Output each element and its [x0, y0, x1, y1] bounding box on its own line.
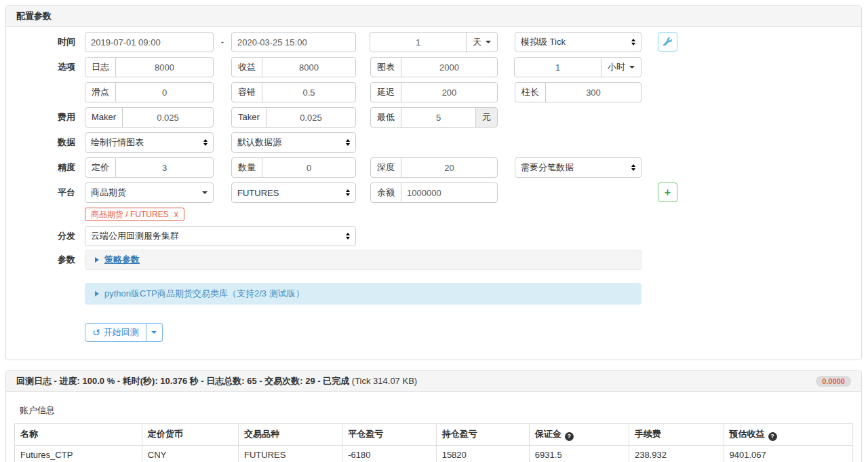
- help-icon[interactable]: ?: [768, 432, 777, 441]
- platform-tag-row: 商品期货 / FUTURES x: [16, 208, 851, 221]
- precision-row: 精度 定价 数量 深度 需要分笔数据: [16, 157, 851, 178]
- dispatch-label: 分发: [16, 226, 85, 246]
- data-source-value: 默认数据源: [237, 136, 346, 149]
- min-fee-label: 最低: [370, 107, 401, 128]
- time-row: 时间 - 天 模拟级 Tick: [16, 32, 851, 52]
- wrench-icon: [663, 37, 672, 46]
- amount-precision-input[interactable]: [262, 157, 356, 178]
- amount-precision-label: 数量: [231, 157, 262, 178]
- col-currency: 定价货币: [142, 424, 238, 446]
- dispatch-row: 分发 云端公用回测服务集群: [16, 226, 851, 246]
- config-panel-title: 配置参数: [16, 10, 52, 22]
- period-input[interactable]: [514, 57, 601, 77]
- time-span-input[interactable]: [370, 32, 467, 52]
- price-precision-group: 定价: [85, 157, 214, 178]
- start-backtest-split-button: ↺ 开始回测: [85, 323, 163, 342]
- exchange-select[interactable]: FUTURES: [231, 182, 356, 203]
- slippage-label: 滑点: [85, 82, 116, 102]
- account-info-table: 名称 定价货币 交易品种 平仓盈亏 持仓盈亏 保证金? 手续费 预估收益? Fu…: [14, 423, 853, 462]
- start-time-field: [85, 32, 214, 52]
- caret-down-icon: [202, 191, 208, 194]
- period-group: 小时: [515, 57, 642, 77]
- tolerance-group: 容错: [231, 82, 356, 102]
- exchange-value: FUTURES: [237, 188, 346, 198]
- tick-mode-select[interactable]: 模拟级 Tick: [515, 32, 642, 52]
- updown-arrows-icon: [631, 39, 635, 45]
- slippage-input[interactable]: [115, 82, 214, 102]
- end-time-input[interactable]: [231, 32, 356, 52]
- strategy-params-link[interactable]: 策略参数: [104, 254, 140, 266]
- col-est-profit: 预估收益?: [724, 424, 852, 446]
- precision-label: 精度: [16, 157, 85, 178]
- chart-limit-label: 图表: [370, 57, 401, 77]
- remove-platform-icon[interactable]: x: [174, 210, 178, 219]
- tolerance-input[interactable]: [262, 82, 356, 102]
- amount-precision-group: 数量: [231, 157, 356, 178]
- taker-fee-input[interactable]: [266, 107, 356, 128]
- chevron-right-icon: [95, 291, 99, 296]
- plus-icon: +: [665, 187, 671, 198]
- table-header-row: 名称 定价货币 交易品种 平仓盈亏 持仓盈亏 保证金? 手续费 预估收益?: [15, 424, 853, 446]
- fee-label: 费用: [16, 107, 85, 128]
- dispatch-select[interactable]: 云端公用回测服务集群: [85, 226, 356, 246]
- backtest-log-title: 回测日志 - 进度: 100.0 % - 耗时(秒): 10.376 秒 - 日…: [16, 375, 417, 387]
- end-time-field: [231, 32, 356, 52]
- maker-fee-group: Maker: [85, 107, 214, 128]
- strategy-params-toggle[interactable]: 策略参数: [85, 250, 642, 270]
- price-precision-input[interactable]: [115, 157, 214, 178]
- data-source-select[interactable]: 默认数据源: [231, 132, 356, 153]
- profit-badge: 0.0000: [816, 376, 851, 387]
- updown-arrows-icon: [631, 164, 635, 171]
- platform-tag-text: 商品期货 / FUTURES: [91, 209, 169, 220]
- profit-limit-input[interactable]: [262, 57, 356, 77]
- col-name: 名称: [15, 424, 142, 446]
- profit-limit-label: 收益: [231, 57, 262, 77]
- chart-limit-input[interactable]: [401, 57, 498, 77]
- platform-type-value: 商品期货: [91, 187, 202, 199]
- cell-currency: CNY: [142, 445, 238, 462]
- settings-wrench-button[interactable]: [658, 32, 677, 52]
- help-icon[interactable]: ?: [565, 432, 574, 441]
- caret-down-icon: [151, 331, 157, 334]
- col-symbol: 交易品种: [238, 424, 342, 446]
- log-limit-group: 日志: [85, 57, 214, 77]
- time-span-unit-dropdown[interactable]: 天: [466, 32, 498, 52]
- library-toggle[interactable]: python版CTP商品期货交易类库（支持2/3 测试版）: [85, 283, 642, 305]
- account-info-title: 账户信息: [20, 404, 853, 417]
- min-fee-input[interactable]: [401, 107, 476, 128]
- history-icon: ↺: [92, 328, 100, 337]
- table-row: Futures_CTP CNY FUTURES -6180 15820 6931…: [15, 445, 853, 462]
- delay-group: 延迟: [370, 82, 498, 102]
- updown-arrows-icon: [346, 139, 350, 146]
- platform-tag: 商品期货 / FUTURES x: [85, 208, 184, 221]
- log-limit-label: 日志: [85, 57, 116, 77]
- bar-length-label: 柱长: [515, 82, 546, 102]
- tick-data-value: 需要分笔数据: [521, 161, 631, 174]
- slippage-group: 滑点: [85, 82, 214, 102]
- depth-label: 深度: [370, 157, 401, 178]
- data-label: 数据: [16, 132, 85, 153]
- caret-down-icon: [629, 66, 635, 69]
- library-link: python版CTP商品期货交易类库（支持2/3 测试版）: [104, 288, 304, 300]
- price-precision-label: 定价: [85, 157, 116, 178]
- balance-input[interactable]: [401, 182, 498, 203]
- start-backtest-button[interactable]: ↺ 开始回测: [85, 323, 146, 342]
- market-chart-select[interactable]: 绘制行情图表: [85, 132, 214, 153]
- start-time-input[interactable]: [85, 32, 214, 52]
- maker-fee-input[interactable]: [122, 107, 214, 128]
- tick-data-select[interactable]: 需要分笔数据: [515, 157, 642, 178]
- platform-type-dropdown[interactable]: 商品期货: [85, 182, 214, 203]
- bar-length-input[interactable]: [545, 82, 642, 102]
- cell-commission: 238.932: [629, 445, 724, 462]
- add-platform-button[interactable]: +: [658, 182, 677, 202]
- depth-input[interactable]: [401, 157, 498, 178]
- col-margin: 保证金?: [529, 424, 629, 446]
- cell-name: Futures_CTP: [15, 445, 142, 462]
- period-unit-dropdown[interactable]: 小时: [601, 57, 642, 77]
- col-closed-pnl: 平仓盈亏: [342, 424, 436, 446]
- delay-input[interactable]: [401, 82, 498, 102]
- log-limit-input[interactable]: [115, 57, 214, 77]
- start-backtest-dropdown-toggle[interactable]: [146, 323, 163, 342]
- balance-group: 余额: [370, 182, 498, 203]
- backtest-log-heading: 回测日志 - 进度: 100.0 % - 耗时(秒): 10.376 秒 - 日…: [6, 371, 861, 392]
